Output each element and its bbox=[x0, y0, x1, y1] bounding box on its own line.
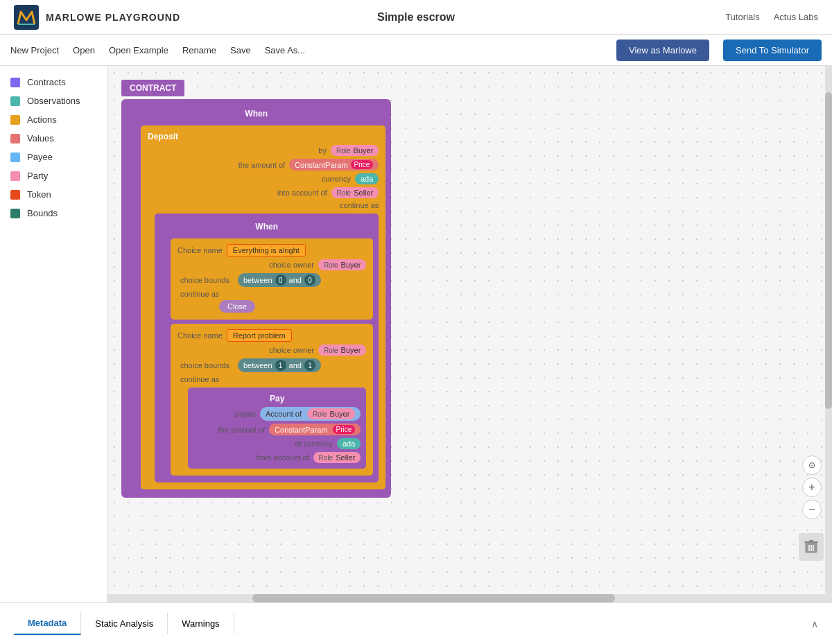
continue2-label: continue as bbox=[180, 290, 219, 298]
choice-name2-row: Choice name Report problem bbox=[177, 328, 366, 343]
amount-row: the amount of ConstantParam Price bbox=[148, 157, 379, 172]
view-as-marlowe-button[interactable]: View as Marlowe bbox=[616, 40, 709, 61]
canvas-hscrollbar-thumb[interactable] bbox=[252, 594, 615, 602]
role-seller-pill[interactable]: Role Seller bbox=[331, 187, 379, 198]
when2-block[interactable]: When bbox=[160, 218, 373, 236]
sidebar-item-contracts[interactable]: Contracts bbox=[0, 73, 107, 92]
everything-alright-value[interactable]: Everything is alright bbox=[227, 244, 306, 256]
sidebar-item-observations[interactable]: Observations bbox=[0, 92, 107, 110]
constant-param-pill[interactable]: ConstantParam Price bbox=[289, 159, 379, 171]
svg-rect-0 bbox=[14, 5, 39, 30]
footer-chevron-button[interactable]: ∧ bbox=[811, 618, 818, 629]
ada2-pill[interactable]: ada bbox=[337, 438, 361, 449]
token-color bbox=[10, 190, 20, 200]
sidebar-item-bounds[interactable]: Bounds bbox=[0, 204, 107, 223]
role-buyer-inner-pill[interactable]: Role Buyer bbox=[307, 408, 355, 419]
choice-owner1-row: choice owner Role Buyer bbox=[177, 258, 366, 272]
by-label: by bbox=[264, 146, 327, 155]
payee-color bbox=[10, 153, 20, 162]
send-to-simulator-button[interactable]: Send To Simulator bbox=[723, 40, 822, 61]
bounds2-pill[interactable]: between 1 and 1 bbox=[238, 358, 321, 372]
footer-tab-static-analysis[interactable]: Static Analysis bbox=[81, 613, 168, 634]
footer-tab-warnings[interactable]: Warnings bbox=[168, 613, 234, 634]
trash-button[interactable] bbox=[799, 533, 824, 561]
role-seller2-pill[interactable]: Role Seller bbox=[313, 452, 361, 463]
account-row: into account of Role Seller bbox=[148, 186, 379, 200]
ada-pill[interactable]: ada bbox=[355, 173, 379, 184]
open-button[interactable]: Open bbox=[73, 45, 95, 55]
blocks-container: CONTRACT When Deposit by Role Buyer bbox=[121, 80, 391, 498]
sidebar-item-actions[interactable]: Actions bbox=[0, 110, 107, 129]
header: MARLOWE PLAYGROUND Simple escrow Tutoria… bbox=[0, 0, 832, 35]
toolbar: New Project Open Open Example Rename Sav… bbox=[0, 35, 832, 66]
sidebar-item-payee[interactable]: Payee bbox=[0, 148, 107, 166]
choice-name1-row: Choice name Everything is alright bbox=[177, 243, 366, 258]
open-example-button[interactable]: Open Example bbox=[109, 45, 168, 55]
canvas-vertical-scrollbar[interactable] bbox=[825, 66, 832, 594]
continue2-row: continue as bbox=[177, 288, 366, 299]
canvas-vscrollbar-thumb[interactable] bbox=[825, 92, 832, 409]
choice-owner2-pill[interactable]: Role Buyer bbox=[318, 345, 366, 356]
continue3-label: continue as bbox=[180, 375, 219, 383]
continue-label: continue as bbox=[316, 201, 379, 209]
zoom-out-button[interactable]: − bbox=[802, 500, 822, 519]
val1a: 1 bbox=[275, 360, 286, 371]
actions-color bbox=[10, 115, 20, 125]
header-links: Tutorials Actus Labs bbox=[725, 12, 818, 22]
and2-label: and bbox=[289, 361, 302, 369]
by-row: by Role Buyer bbox=[148, 143, 379, 157]
choice1-block: Choice name Everything is alright choice… bbox=[171, 238, 373, 320]
save-button[interactable]: Save bbox=[230, 45, 251, 55]
choice-bounds1-row: choice bounds between 0 and 0 bbox=[177, 272, 366, 288]
account-of-pill[interactable]: Account of Role Buyer bbox=[260, 407, 361, 421]
canvas-horizontal-scrollbar[interactable] bbox=[107, 594, 832, 602]
between2-label: between bbox=[243, 361, 272, 369]
choice-bounds2-label: choice bounds bbox=[180, 361, 229, 369]
close-block[interactable]: Close bbox=[219, 300, 255, 313]
currency-label: currency bbox=[288, 175, 351, 183]
currency3-label: of currency bbox=[270, 440, 333, 448]
sidebar-item-values[interactable]: Values bbox=[0, 129, 107, 148]
choice-name2-label: Choice name bbox=[177, 331, 223, 340]
seller-label: Seller bbox=[354, 189, 373, 197]
role-label: Role bbox=[336, 147, 351, 155]
role-buyer-pill[interactable]: Role Buyer bbox=[331, 145, 379, 156]
deposit-block: Deposit by Role Buyer the amount of Cons… bbox=[141, 125, 385, 489]
values-color bbox=[10, 134, 20, 143]
sidebar-label-payee: Payee bbox=[27, 152, 53, 162]
deposit-title: Deposit bbox=[148, 130, 379, 143]
save-as-button[interactable]: Save As... bbox=[265, 45, 306, 55]
choice2-block: Choice name Report problem choice owner … bbox=[171, 324, 373, 476]
from-account-label: from account of bbox=[247, 453, 309, 462]
actus-labs-link[interactable]: Actus Labs bbox=[774, 12, 818, 22]
sidebar-label-observations: Observations bbox=[27, 96, 80, 106]
bounds1-pill[interactable]: between 0 and 0 bbox=[238, 273, 321, 287]
constant-param2-pill[interactable]: ConstantParam Price bbox=[269, 424, 361, 435]
report-problem-value[interactable]: Report problem bbox=[227, 329, 292, 342]
choice-owner1-label: choice owner bbox=[252, 261, 314, 269]
ada2-label: ada bbox=[343, 440, 355, 448]
zoom-target-button[interactable]: ⊙ bbox=[802, 455, 822, 475]
sidebar: Contracts Observations Actions Values Pa… bbox=[0, 66, 107, 602]
seller2-label: Seller bbox=[336, 453, 355, 462]
price2-label: Price bbox=[333, 425, 356, 434]
contract-label: CONTRACT bbox=[121, 80, 184, 96]
trash-icon bbox=[804, 539, 818, 555]
sidebar-item-token[interactable]: Token bbox=[0, 185, 107, 204]
currency-row: currency ada bbox=[148, 172, 379, 186]
main: Contracts Observations Actions Values Pa… bbox=[0, 66, 832, 602]
rename-button[interactable]: Rename bbox=[182, 45, 216, 55]
continue3-row: continue as bbox=[177, 374, 366, 385]
val0b: 0 bbox=[304, 275, 315, 286]
sidebar-item-party[interactable]: Party bbox=[0, 166, 107, 185]
zoom-controls: ⊙ + − bbox=[802, 455, 822, 519]
choice-owner2-row: choice owner Role Buyer bbox=[177, 343, 366, 357]
choice-owner1-pill[interactable]: Role Buyer bbox=[318, 259, 366, 270]
tutorials-link[interactable]: Tutorials bbox=[725, 12, 759, 22]
footer-tab-metadata[interactable]: Metadata bbox=[14, 612, 81, 635]
payee2-label: payee bbox=[193, 410, 256, 418]
new-project-button[interactable]: New Project bbox=[10, 45, 59, 55]
zoom-in-button[interactable]: + bbox=[802, 478, 822, 497]
choice-name1-label: Choice name bbox=[177, 246, 223, 254]
when1-block[interactable]: When bbox=[127, 105, 385, 123]
